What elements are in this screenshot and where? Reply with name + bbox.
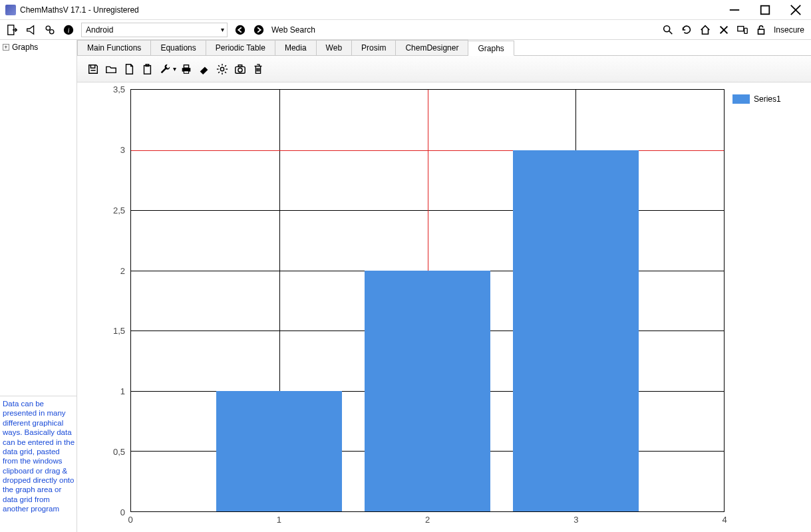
svg-point-23 <box>220 67 224 70</box>
maximize-button[interactable] <box>750 0 780 20</box>
window-title: ChemMathsV 17.1 - Unregistered <box>20 5 139 15</box>
chart-plot-area[interactable] <box>130 89 725 512</box>
help-text-pane[interactable]: Data can be presented in many different … <box>0 396 77 532</box>
svg-rect-15 <box>738 26 744 31</box>
tab-label: Main Functions <box>87 43 141 53</box>
tree-node-label: Graphs <box>12 43 38 52</box>
y-tick-label: 3 <box>120 144 125 154</box>
devices-icon[interactable] <box>736 24 748 36</box>
x-tick-label: 3 <box>573 515 578 525</box>
chart-bar <box>216 391 342 511</box>
magnifier-icon[interactable] <box>662 24 674 36</box>
svg-line-30 <box>225 65 226 66</box>
insecure-label: Insecure <box>774 25 804 35</box>
x-tick-label: 1 <box>277 515 281 525</box>
tab-periodic-table[interactable]: Periodic Table <box>206 40 275 55</box>
y-tick-label: 1,5 <box>113 326 125 336</box>
tab-label: Media <box>285 43 307 53</box>
y-tick-label: 0,5 <box>113 447 125 457</box>
minimize-button[interactable] <box>719 0 750 20</box>
svg-point-6 <box>50 29 54 33</box>
svg-rect-22 <box>184 70 188 73</box>
tab-label: ChemDesigner <box>405 43 458 53</box>
platform-select[interactable]: Android ▾ <box>81 23 228 37</box>
print-icon[interactable] <box>178 61 194 77</box>
svg-rect-18 <box>144 65 151 74</box>
tab-label: Prosim <box>361 43 386 53</box>
close-button[interactable] <box>780 0 811 20</box>
svg-rect-16 <box>744 28 748 33</box>
new-document-icon[interactable] <box>121 61 137 77</box>
trash-icon[interactable] <box>250 61 266 77</box>
tabs-row: Main FunctionsEquationsPeriodic TableMed… <box>77 40 811 56</box>
svg-rect-34 <box>238 65 242 66</box>
cancel-x-icon[interactable] <box>718 24 730 36</box>
chevron-down-icon: ▾ <box>221 26 224 33</box>
chart-bar <box>513 150 639 511</box>
svg-line-29 <box>225 72 226 73</box>
wrench-icon[interactable] <box>157 61 173 77</box>
tab-label: Graphs <box>478 44 504 53</box>
tree-node-graphs[interactable]: + Graphs <box>3 43 74 52</box>
info-icon[interactable]: i <box>63 24 75 36</box>
help-text: Data can be presented in many different … <box>3 400 75 513</box>
svg-point-10 <box>254 25 263 34</box>
svg-rect-21 <box>184 65 188 68</box>
svg-rect-17 <box>758 29 764 34</box>
svg-point-9 <box>236 25 245 34</box>
clipboard-icon[interactable] <box>139 61 155 77</box>
y-tick-label: 3,5 <box>113 84 125 94</box>
refresh-icon[interactable] <box>681 24 693 36</box>
y-tick-label: 2 <box>120 265 125 275</box>
tab-equations[interactable]: Equations <box>151 40 206 55</box>
tab-label: Periodic Table <box>216 43 265 53</box>
svg-point-11 <box>664 25 670 31</box>
tab-label: Equations <box>160 43 196 53</box>
legend-swatch <box>732 94 750 104</box>
save-icon[interactable] <box>85 61 101 77</box>
chart-legend: Series1 <box>725 89 798 532</box>
tab-graphs[interactable]: Graphs <box>468 41 514 56</box>
export-icon[interactable] <box>7 24 19 36</box>
svg-line-12 <box>669 31 673 34</box>
tab-media[interactable]: Media <box>275 40 317 55</box>
forward-circle-icon[interactable] <box>253 24 265 36</box>
x-tick-label: 0 <box>128 515 132 525</box>
announce-icon[interactable] <box>25 24 37 36</box>
tab-web[interactable]: Web <box>317 40 352 55</box>
y-tick-label: 2,5 <box>113 205 125 215</box>
tab-prosim[interactable]: Prosim <box>352 40 396 55</box>
chart-bar <box>365 271 490 511</box>
svg-line-28 <box>218 65 220 66</box>
web-search-label[interactable]: Web Search <box>271 25 315 35</box>
eraser-icon[interactable] <box>196 61 212 77</box>
back-circle-icon[interactable] <box>234 24 246 36</box>
wrench-dropdown-icon[interactable]: ▾ <box>173 65 176 72</box>
svg-point-5 <box>46 26 50 30</box>
open-folder-icon[interactable] <box>103 61 119 77</box>
settings-gears-icon[interactable] <box>44 24 56 36</box>
x-tick-label: 2 <box>425 515 430 525</box>
app-icon <box>5 5 16 15</box>
svg-point-33 <box>238 68 242 72</box>
platform-select-value: Android <box>86 25 113 35</box>
gear-icon[interactable] <box>214 61 230 77</box>
camera-icon[interactable] <box>232 61 248 77</box>
tree-expand-icon[interactable]: + <box>3 44 9 51</box>
tab-chemdesigner[interactable]: ChemDesigner <box>396 40 468 55</box>
unlock-icon[interactable] <box>755 24 767 36</box>
svg-text:i: i <box>68 26 70 33</box>
svg-rect-1 <box>761 5 770 14</box>
tab-label: Web <box>326 43 342 53</box>
y-tick-label: 1 <box>120 386 125 396</box>
svg-line-31 <box>218 72 220 73</box>
legend-label: Series1 <box>754 94 781 104</box>
y-tick-label: 0 <box>120 507 125 517</box>
x-tick-label: 4 <box>722 515 727 525</box>
tab-main-functions[interactable]: Main Functions <box>77 40 151 55</box>
home-icon[interactable] <box>699 24 711 36</box>
